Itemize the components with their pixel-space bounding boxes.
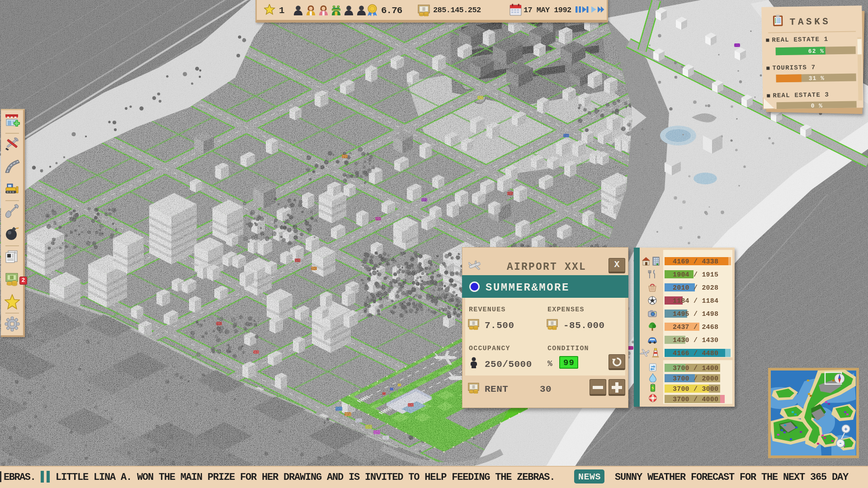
svg-text:+: +	[844, 426, 848, 433]
svg-text:-: -	[839, 440, 842, 447]
